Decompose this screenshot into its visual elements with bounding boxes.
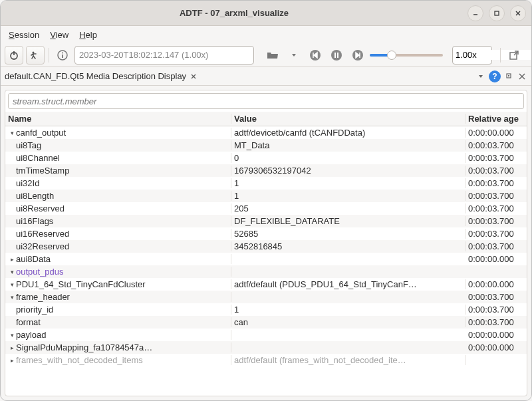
tree-node-value: 1679306532197042 [231,166,466,176]
help-button[interactable]: ? [489,70,501,82]
tree-row[interactable]: ui8Length10:00:03.700 [5,190,527,202]
tree-node-name: frame_header [16,292,70,302]
tree-node-age: 0:00:00.000 [466,128,527,138]
record-dropdown-button[interactable] [285,46,303,65]
tree-node-name: aui8Data [16,254,51,264]
collapse-icon[interactable]: ▾ [8,281,16,288]
maximize-button[interactable] [489,5,505,21]
skip-forward-button[interactable] [348,46,367,65]
col-header-age[interactable]: Relative age [466,114,527,124]
tree-row[interactable]: ▾payload0:00:00.000 [5,329,527,341]
menubar: Session View Help [1,26,531,43]
svg-point-11 [331,50,342,61]
skip-back-button[interactable] [306,46,325,65]
tree-node-name: ui16Flags [16,216,53,226]
titlebar: ADTF - 07_arxml_visualize [1,1,531,26]
run-button[interactable] [26,46,45,65]
filter-input[interactable] [8,93,524,109]
info-button[interactable] [53,46,72,65]
svg-point-8 [62,52,63,53]
speed-spinner[interactable]: ▴ ▾ [452,46,492,65]
minimize-button[interactable] [467,5,483,21]
tree-row[interactable]: priority_id10:00:03.700 [5,303,527,316]
tree-row[interactable]: ui16FlagsDF_FLEXIBLE_DATARATE0:00:03.700 [5,215,527,227]
tree-node-value: 3452816845 [231,241,466,251]
tree-node-age: 0:00:03.700 [466,216,527,226]
tree-node-value: 1 [231,191,466,201]
tree-row[interactable]: ui16Reserved526850:00:03.700 [5,227,527,240]
tree-node-value: 52685 [231,229,466,239]
tree-row[interactable]: ▾canfd_outputadtf/devicetb/canfd (tCANFD… [5,126,527,139]
tree-node-age: 0:00:03.700 [466,317,527,327]
svg-rect-19 [508,75,509,76]
toolbar: ▴ ▾ [1,43,531,67]
collapse-icon[interactable]: ▾ [8,294,16,301]
grid-header: Name Value Relative age [5,112,527,126]
tree-node-value: adtf/default (frames_with_not_decoded_it… [231,355,466,365]
pause-button[interactable] [327,46,346,65]
svg-rect-13 [337,53,338,58]
tree-node-age: 0:00:00.000 [466,342,527,352]
tree-node-age: 0:00:00.000 [466,279,527,289]
tree-row[interactable]: ui8Reserved2050:00:03.700 [5,202,527,215]
tree-node-value: MT_Data [231,140,466,150]
window-title: ADTF - 07_arxml_visualize [180,8,289,18]
tree-row[interactable]: tmTimeStamp16793065321970420:00:03.700 [5,164,527,177]
pin-button[interactable] [503,71,514,82]
close-button[interactable] [510,5,526,21]
open-folder-button[interactable] [263,46,282,65]
panel-menu-button[interactable] [475,71,486,82]
tree-node-age: 0:00:03.700 [466,140,527,150]
tree-node-value: 205 [231,203,466,213]
col-header-value[interactable]: Value [231,114,466,124]
menu-session[interactable]: Session [5,29,43,41]
expand-icon[interactable]: ▸ [8,256,16,263]
tree-node-name: ui8Reserved [16,203,65,213]
collapse-icon[interactable]: ▾ [8,269,16,275]
tree-node-name: payload [16,330,47,340]
menu-view[interactable]: View [46,29,72,41]
tree-row[interactable]: ▾output_pdus [5,265,527,278]
volume-slider[interactable] [370,54,443,57]
panel-close-button[interactable] [517,71,527,82]
tree-node-age: 0:00:03.700 [466,191,527,201]
tree-node-age: 0:00:03.700 [466,305,527,315]
tree-node-age: 0:00:03.700 [466,166,527,176]
tree-row[interactable]: formatcan0:00:03.700 [5,316,527,329]
tree-row[interactable]: ui8TagMT_Data0:00:03.700 [5,139,527,152]
tree-row[interactable]: ▸SignalPduMapping_fa10784547a…0:00:00.00… [5,341,527,354]
tree-node-value: 1 [231,305,466,315]
col-header-name[interactable]: Name [5,114,231,124]
tree-node-value: adtf/devicetb/canfd (tCANFDData) [231,128,466,138]
tree-node-age: 0:00:00.000 [466,254,527,264]
tree-node-age: 0:00:03.700 [466,203,527,213]
timestamp-field[interactable] [74,46,254,65]
expand-icon[interactable]: ▸ [8,357,16,364]
tree-row[interactable]: ui32Id10:00:03.700 [5,177,527,190]
tree-node-name: canfd_output [16,128,66,138]
tree-row[interactable]: ▸aui8Data0:00:00.000 [5,253,527,265]
tree-row[interactable]: ui8Channel00:00:03.700 [5,152,527,164]
tree-row[interactable]: ▸frames_with_not_decoded_itemsadtf/defau… [5,354,527,366]
tree-node-value: DF_FLEXIBLE_DATARATE [231,216,466,226]
tab-close-button[interactable] [189,72,198,81]
tree-node-age: 0:00:03.700 [466,229,527,239]
expand-icon[interactable]: ▸ [8,344,16,351]
popout-button[interactable] [505,46,523,65]
svg-rect-12 [334,53,336,58]
tree-row[interactable]: ▾PDU1_64_Std_TinyCanFdClusteradtf/defaul… [5,278,527,291]
tree-row[interactable]: ui32Reserved34528168450:00:03.700 [5,240,527,253]
svg-rect-1 [495,11,499,15]
tree-node-value: 0 [231,153,466,163]
tree-node-name: priority_id [16,305,53,315]
tree-node-value: can [231,317,466,327]
tree-node-age: 0:00:03.700 [466,153,527,163]
tree-row[interactable]: ▾frame_header0:00:03.700 [5,291,527,303]
menu-help[interactable]: Help [75,29,101,41]
collapse-icon[interactable]: ▾ [8,332,16,338]
power-button[interactable] [5,46,23,65]
tab-media-display[interactable]: default.CAN_FD.Qt5 Media Description Dis… [5,71,198,81]
collapse-icon[interactable]: ▾ [8,130,16,136]
tree-grid[interactable]: Name Value Relative age ▾canfd_outputadt… [5,112,527,396]
tree-node-name: ui8Length [16,191,54,201]
